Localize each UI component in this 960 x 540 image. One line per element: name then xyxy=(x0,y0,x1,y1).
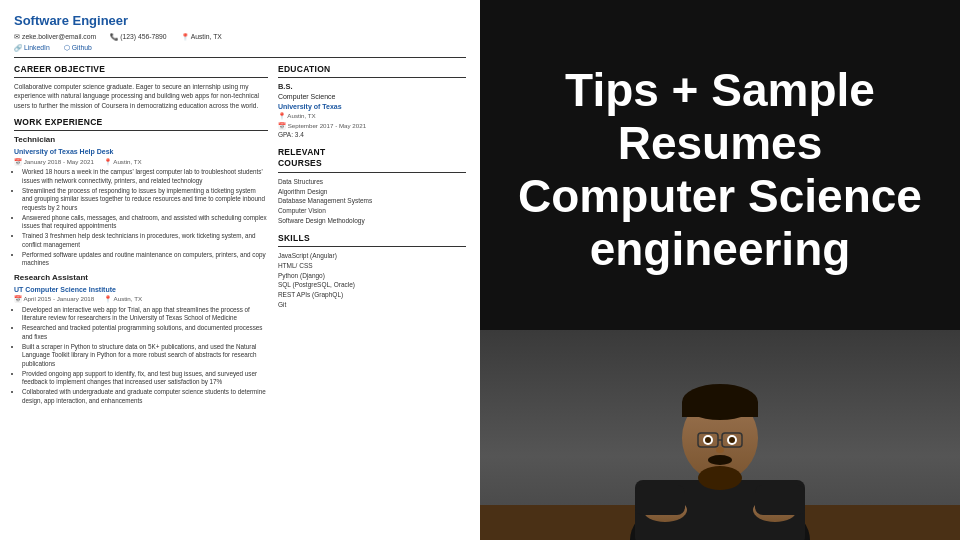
job-1-date: 📅 January 2018 - May 2021 xyxy=(14,158,94,166)
job-1-meta: 📅 January 2018 - May 2021 📍 Austin, TX xyxy=(14,158,268,166)
overlay-line-4: engineering xyxy=(590,223,851,275)
email-contact: ✉ zeke.boliver@email.com xyxy=(14,32,96,41)
resume-right-column: EDUCATION B.S. Computer Science Universi… xyxy=(278,64,466,407)
svg-rect-21 xyxy=(755,485,805,515)
skill-6: Git xyxy=(278,300,466,310)
job-2-bullet-3: Built a scraper in Python to structure d… xyxy=(22,343,268,369)
skill-5: REST APIs (GraphQL) xyxy=(278,290,466,300)
text-overlay: Tips + Sample Resumes Computer Science e… xyxy=(480,0,960,330)
career-objective-title: CAREER OBJECTIVE xyxy=(14,64,268,78)
course-1: Data Structures xyxy=(278,177,466,187)
edu-degree: B.S. xyxy=(278,82,466,92)
skills-list: JavaScript (Angular) HTML/ CSS Python (D… xyxy=(278,251,466,310)
course-2: Algorithm Design xyxy=(278,187,466,197)
resume-header: Software Engineer ✉ zeke.boliver@email.c… xyxy=(14,12,466,58)
job-1-bullet-3: Answered phone calls, messages, and chat… xyxy=(22,214,268,231)
skill-1: JavaScript (Angular) xyxy=(278,251,466,261)
phone-contact: 📞 (123) 456-7890 xyxy=(110,32,166,41)
job-2-title: Research Assistant xyxy=(14,273,268,284)
job-1-location: 📍 Austin, TX xyxy=(104,158,142,166)
job-1-bullet-4: Trained 3 freshmen help desk technicians… xyxy=(22,232,268,249)
job-2-date: 📅 April 2015 - January 2018 xyxy=(14,295,94,303)
skill-4: SQL (PostgreSQL, Oracle) xyxy=(278,280,466,290)
github-link[interactable]: ⬡ Github xyxy=(64,43,92,52)
svg-rect-7 xyxy=(682,402,758,417)
job-1: Technician University of Texas Help Desk… xyxy=(14,135,268,268)
course-5: Software Design Methodology xyxy=(278,216,466,226)
course-4: Computer Vision xyxy=(278,206,466,216)
edu-location: 📍 Austin, TX xyxy=(278,112,466,120)
resume-body: CAREER OBJECTIVE Collaborative computer … xyxy=(14,64,466,407)
job-2-bullet-5: Collaborated with undergraduate and grad… xyxy=(22,388,268,405)
person-thumbnail xyxy=(480,330,960,540)
svg-rect-20 xyxy=(635,485,685,515)
svg-point-13 xyxy=(705,437,711,443)
work-experience-title: WORK EXPERIENCE xyxy=(14,117,268,131)
edu-field: Computer Science xyxy=(278,92,466,101)
job-2-bullet-2: Researched and tracked potential program… xyxy=(22,324,268,341)
resume-contact-row: ✉ zeke.boliver@email.com 📞 (123) 456-789… xyxy=(14,32,466,41)
edu-school: University of Texas xyxy=(278,102,466,111)
resume-left-column: CAREER OBJECTIVE Collaborative computer … xyxy=(14,64,268,407)
job-1-employer: University of Texas Help Desk xyxy=(14,147,268,156)
job-1-bullet-5: Performed software updates and routine m… xyxy=(22,251,268,268)
resume-name: Software Engineer xyxy=(14,12,466,30)
job-1-title: Technician xyxy=(14,135,268,146)
svg-point-15 xyxy=(716,447,724,453)
job-2: Research Assistant UT Computer Science I… xyxy=(14,273,268,406)
courses-title: RELEVANTCOURSES xyxy=(278,147,466,173)
edu-dates: 📅 September 2017 - May 2021 xyxy=(278,122,466,130)
courses-list: Data Structures Algorithm Design Databas… xyxy=(278,177,466,226)
person-svg xyxy=(480,330,960,540)
education-block: B.S. Computer Science University of Texa… xyxy=(278,82,466,139)
job-1-bullet-2: Streamlined the process of responding to… xyxy=(22,187,268,213)
career-objective-text: Collaborative computer science graduate.… xyxy=(14,82,268,109)
svg-point-16 xyxy=(708,455,732,465)
overlay-text: Tips + Sample Resumes Computer Science e… xyxy=(518,64,922,276)
person-background xyxy=(480,330,960,540)
job-2-bullet-1: Developed an interactive web app for Tri… xyxy=(22,306,268,323)
job-2-meta: 📅 April 2015 - January 2018 📍 Austin, TX xyxy=(14,295,268,303)
overlay-line-2: Resumes xyxy=(618,117,823,169)
job-2-location: 📍 Austin, TX xyxy=(104,295,142,303)
svg-point-14 xyxy=(729,437,735,443)
overlay-line-3: Computer Science xyxy=(518,170,922,222)
overlay-line-1: Tips + Sample xyxy=(565,64,875,116)
linkedin-link[interactable]: 🔗 LinkedIn xyxy=(14,43,50,52)
edu-gpa: GPA: 3.4 xyxy=(278,131,466,140)
skills-title: SKILLS xyxy=(278,233,466,247)
course-3: Database Management Systems xyxy=(278,196,466,206)
job-2-bullets: Developed an interactive web app for Tri… xyxy=(14,306,268,406)
education-title: EDUCATION xyxy=(278,64,466,78)
video-panel: Tips + Sample Resumes Computer Science e… xyxy=(480,0,960,540)
resume-panel: Software Engineer ✉ zeke.boliver@email.c… xyxy=(0,0,480,540)
job-1-bullet-1: Worked 18 hours a week in the campus' la… xyxy=(22,168,268,185)
skill-2: HTML/ CSS xyxy=(278,261,466,271)
resume-links-row: 🔗 LinkedIn ⬡ Github xyxy=(14,43,466,52)
job-1-bullets: Worked 18 hours a week in the campus' la… xyxy=(14,168,268,268)
job-2-employer: UT Computer Science Institute xyxy=(14,285,268,294)
skill-3: Python (Django) xyxy=(278,271,466,281)
svg-point-17 xyxy=(698,466,742,490)
job-2-bullet-4: Provided ongoing app support to identify… xyxy=(22,370,268,387)
location-contact: 📍 Austin, TX xyxy=(181,32,222,41)
